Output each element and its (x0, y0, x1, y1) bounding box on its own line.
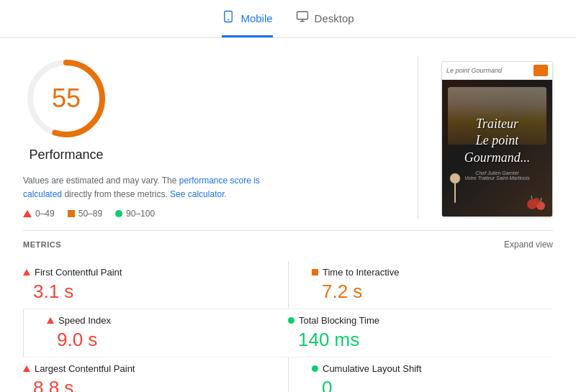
triangle-icon-lcp (23, 365, 30, 372)
svg-line-11 (541, 198, 541, 201)
metric-si-label-row: Speed Index (47, 315, 276, 326)
metric-fcp-label: First Contentful Paint (35, 267, 122, 278)
svg-rect-2 (297, 12, 307, 19)
metric-cls-value: 0 (312, 377, 541, 392)
triangle-icon (23, 210, 32, 217)
screenshot-container: Le point Gourmand Traiteur Le point Gour… (441, 55, 553, 217)
gauge-wrap: 55 (23, 55, 109, 142)
metric-si-label: Speed Index (58, 315, 111, 326)
metrics-title: METRICS (23, 240, 61, 249)
svg-line-10 (531, 196, 532, 199)
screenshot-title: Traiteur Le point Gourmand... (464, 116, 531, 166)
metric-cls-label: Cumulative Layout Shift (323, 363, 421, 374)
gauge-container: 55 Performance (23, 55, 109, 168)
site-name: Le point Gourmand (446, 67, 502, 74)
metric-lcp: Largest Contentful Paint 8.8 s (23, 357, 288, 392)
metric-tti-label-row: Time to Interactive (312, 267, 541, 278)
metric-si: Speed Index 9.0 s (23, 309, 288, 357)
metric-fcp: First Contentful Paint 3.1 s (23, 261, 288, 309)
score-legend: 0–49 50–89 90–100 (23, 209, 155, 219)
score-section: 55 Performance Values are estimated and … (23, 55, 553, 219)
screenshot-image: Traiteur Le point Gourmand... Chef Julie… (442, 80, 552, 216)
tomato-decoration (523, 191, 549, 214)
circle-icon-tbt (288, 317, 294, 324)
legend-orange-label: 50–89 (78, 209, 102, 219)
performance-label: Performance (29, 147, 103, 163)
metric-lcp-value: 8.8 s (23, 377, 276, 392)
expand-view-button[interactable]: Expand view (504, 240, 553, 250)
metric-tbt-label-row: Total Blocking Time (288, 315, 541, 326)
circle-icon-cls (312, 365, 318, 372)
triangle-icon-si (47, 317, 54, 324)
calculator-link[interactable]: See calculator. (170, 189, 227, 199)
metric-fcp-value: 3.1 s (23, 281, 276, 303)
svg-point-12 (450, 173, 460, 183)
tab-desktop[interactable]: Desktop (296, 10, 354, 37)
metrics-section: METRICS Expand view First Contentful Pai… (23, 230, 553, 392)
square-icon (68, 210, 75, 217)
mobile-icon (222, 10, 235, 27)
metrics-header: METRICS Expand view (23, 240, 553, 250)
metric-tbt-label: Total Blocking Time (299, 315, 379, 326)
gauge-score: 55 (52, 83, 81, 114)
screenshot-text: Traiteur Le point Gourmand... Chef Julie… (459, 110, 536, 186)
estimated-text: Values are estimated and may vary. The p… (23, 174, 268, 201)
screenshot-thumb: Le point Gourmand Traiteur Le point Gour… (441, 61, 553, 217)
screenshot-subtitle: Chef Julien GarnierVotre Traiteur Saint-… (464, 170, 531, 181)
metric-tti-label: Time to Interactive (323, 267, 399, 278)
estimated-before: Values are estimated and may vary. The (23, 176, 179, 186)
desktop-icon (296, 10, 309, 27)
metric-tti: Time to Interactive 7.2 s (288, 261, 553, 309)
vertical-divider (418, 55, 418, 219)
legend-orange: 50–89 (68, 209, 102, 219)
screenshot-header: Le point Gourmand (442, 62, 552, 80)
metric-fcp-label-row: First Contentful Paint (23, 267, 276, 278)
metric-tbt-value: 140 ms (288, 329, 541, 351)
metric-lcp-label: Largest Contentful Paint (35, 363, 135, 374)
metric-tbt: Total Blocking Time 140 ms (288, 309, 553, 357)
estimated-mid: directly from these metrics. (62, 189, 170, 199)
circle-icon (115, 210, 122, 217)
square-icon-tti (312, 269, 318, 275)
metric-cls: Cumulative Layout Shift 0 (288, 357, 553, 392)
legend-red: 0–49 (23, 209, 55, 219)
legend-green: 90–100 (115, 209, 155, 219)
tab-bar: Mobile Desktop (0, 0, 576, 38)
orange-rect (534, 65, 548, 76)
legend-green-label: 90–100 (126, 209, 155, 219)
svg-rect-13 (454, 183, 456, 203)
tab-desktop-label: Desktop (315, 12, 354, 24)
score-left: 55 Performance Values are estimated and … (23, 55, 395, 219)
metric-lcp-label-row: Largest Contentful Paint (23, 363, 276, 374)
metric-si-value: 9.0 s (47, 329, 276, 351)
legend-red-label: 0–49 (35, 209, 55, 219)
metric-tti-value: 7.2 s (312, 281, 541, 303)
main-content: 55 Performance Values are estimated and … (0, 38, 576, 392)
tab-mobile[interactable]: Mobile (222, 10, 272, 37)
spoon-decoration (448, 173, 462, 211)
metric-cls-label-row: Cumulative Layout Shift (312, 363, 541, 374)
tab-mobile-label: Mobile (240, 12, 272, 24)
svg-point-9 (533, 198, 540, 205)
metrics-grid: First Contentful Paint 3.1 s Time to Int… (23, 261, 553, 392)
triangle-icon-fcp (23, 269, 30, 275)
